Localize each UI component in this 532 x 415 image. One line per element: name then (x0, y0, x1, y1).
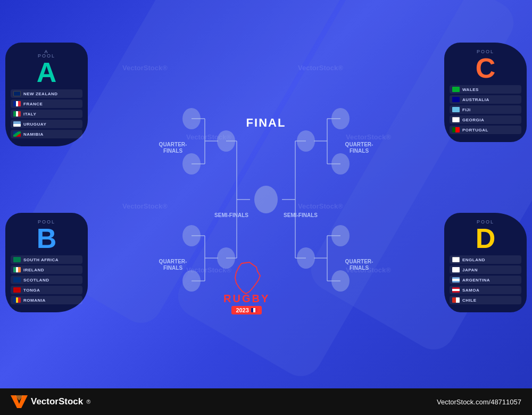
team-name-sc: SCOTLAND (23, 278, 49, 283)
vectorstock-logo-icon (11, 394, 28, 409)
qf-label-left-bot: QUARTER- (159, 259, 187, 264)
footer-url: VectorStock.com/48711057 (437, 398, 521, 406)
flag-pt (452, 127, 460, 132)
team-name-wa: WALES (462, 87, 479, 92)
team-row-uy: URUGUAY (11, 120, 82, 128)
team-row-na: NAMIBIA (11, 130, 82, 138)
team-row-en: ENGLAND (450, 255, 521, 264)
team-row-sa: SOUTH AFRICA (11, 255, 82, 264)
team-name-jp: JAPAN (462, 268, 478, 272)
pool-c-letter: C (450, 54, 521, 82)
rugby-logo: RUGBY 2023 (223, 261, 270, 314)
flag-na (13, 131, 21, 137)
team-row-pt: PORTUGAL (450, 126, 521, 134)
team-row-jp: JAPAN (450, 265, 521, 274)
qf-label-right-top: QUARTER- (345, 142, 373, 147)
flag-samoa (452, 287, 460, 293)
team-row-sa2: SAMOA (450, 286, 521, 294)
flag-uy (13, 121, 21, 127)
team-row-fr: FRANCE (11, 99, 82, 108)
flag-chile (452, 297, 460, 303)
qf-label-left-bot2: FINALS (163, 265, 182, 271)
france-outline (231, 261, 263, 295)
team-name-ch: CHILE (462, 298, 477, 303)
qf-label-left-top: QUARTER- (159, 142, 187, 147)
team-name-nz: NEW ZEALAND (23, 92, 58, 96)
bracket-svg: QUARTER- FINALS QUARTER- FINALS QUARTER-… (90, 32, 442, 383)
footer-brand: VectorStock ® (11, 394, 90, 409)
flag-it (13, 111, 21, 117)
team-name-fr: FRANCE (23, 102, 43, 106)
team-row-wa: WALES (450, 85, 521, 94)
team-name-na: NAMIBIA (23, 132, 44, 137)
qf-label-right-top2: FINALS (350, 148, 369, 154)
team-name-to: TONGA (23, 288, 40, 293)
team-name-uy: URUGUAY (23, 122, 46, 127)
team-name-ro: ROMANIA (23, 298, 46, 303)
qf-label-left-top2: FINALS (163, 148, 182, 154)
flag-ro (13, 297, 21, 303)
france-flag-small (251, 308, 257, 312)
flag-ar (452, 277, 460, 283)
flag-nz (13, 91, 21, 96)
final-label: FINAL (246, 116, 286, 129)
sf-label-right: SEMI-FINALS (284, 212, 318, 218)
shield-slot-final (254, 186, 278, 213)
pool-a-card: A POOL A NEW ZEALAND FRANCE ITALY URUGUA… (5, 43, 88, 146)
pool-a-letter: A (11, 59, 82, 86)
flag-to (13, 287, 21, 293)
team-name-sa2: SAMOA (462, 288, 479, 293)
rugby-year: 2023 (236, 307, 248, 313)
team-row-fj: FIJI (450, 105, 521, 114)
team-name-it: ITALY (23, 112, 36, 117)
pool-d-letter: D (450, 225, 521, 252)
qf-label-right-bot: QUARTER- (345, 259, 373, 264)
pool-c-card: POOL C WALES AUSTRALIA FIJI GEORGIA PORT… (444, 43, 527, 142)
flag-ire (13, 267, 21, 272)
team-name-ge: GEORGIA (462, 118, 484, 122)
rugby-year-badge: 2023 (231, 306, 261, 314)
team-name-au: AUSTRALIA (462, 97, 489, 102)
team-name-sa: SOUTH AFRICA (23, 258, 59, 262)
pool-b-letter: B (11, 225, 82, 252)
pool-b-card: POOL B SOUTH AFRICA IRELAND SCOTLAND TON… (5, 213, 88, 312)
team-row-ire: IRELAND (11, 265, 82, 274)
footer-bar: VectorStock ® VectorStock.com/48711057 (0, 388, 532, 415)
flag-fr (13, 101, 21, 106)
flag-en (452, 257, 460, 262)
footer-reg: ® (86, 399, 90, 405)
team-row-ar: ARGENTINA (450, 276, 521, 284)
team-row-it: ITALY (11, 110, 82, 118)
flag-wa (452, 87, 460, 92)
team-name-en: ENGLAND (462, 258, 485, 262)
rugby-text: RUGBY (223, 293, 270, 305)
team-row-nz: NEW ZEALAND (11, 89, 82, 98)
team-name-ar: ARGENTINA (462, 278, 490, 283)
flag-fj (452, 107, 460, 112)
flag-sa (13, 257, 21, 262)
team-row-to: TONGA (11, 286, 82, 294)
flag-ge (452, 117, 460, 122)
team-row-ro: ROMANIA (11, 296, 82, 304)
flag-au (452, 97, 460, 102)
sf-label-left: SEMI-FINALS (214, 212, 248, 218)
team-row-au: AUSTRALIA (450, 95, 521, 104)
flag-jp (452, 267, 460, 272)
pool-d-card: POOL D ENGLAND JAPAN ARGENTINA SAMOA CHI… (444, 213, 527, 312)
qf-label-right-bot2: FINALS (350, 265, 369, 271)
team-row-ch: CHILE (450, 296, 521, 304)
team-name-pt: PORTUGAL (462, 128, 488, 132)
team-row-sc: SCOTLAND (11, 276, 82, 284)
flag-sc (13, 277, 21, 283)
team-name-fj: FIJI (462, 107, 471, 112)
footer-brand-name: VectorStock (31, 396, 83, 407)
team-name-ire: IRELAND (23, 268, 44, 272)
team-row-ge: GEORGIA (450, 115, 521, 124)
